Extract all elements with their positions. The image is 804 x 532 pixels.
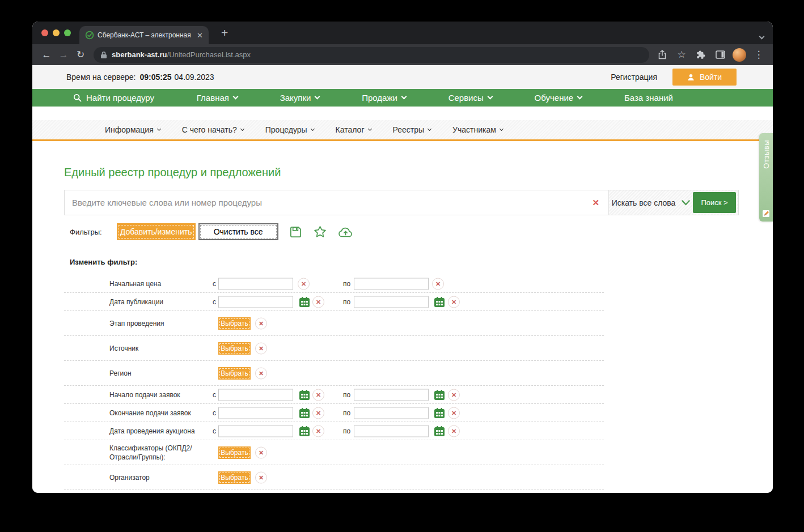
application-end-to-input[interactable] [354, 407, 429, 419]
webpage: Время на сервере: 09:05:25 04.09.2023 Ре… [32, 65, 773, 493]
filter-row-stage: Этап проведения Выбрать ✕ [64, 311, 604, 336]
clear-field-icon[interactable]: ✕ [298, 278, 310, 290]
subnav-catalog[interactable]: Каталог [336, 125, 371, 134]
nav-education[interactable]: Обучение [535, 93, 582, 103]
toolbar-actions: ☆ ⋮ [654, 46, 767, 63]
clear-field-icon[interactable]: ✕ [448, 389, 460, 401]
minimize-window-button[interactable] [53, 29, 60, 36]
clear-field-icon[interactable]: ✕ [432, 278, 444, 290]
calendar-icon[interactable] [434, 407, 445, 419]
fullscreen-window-button[interactable] [64, 29, 71, 36]
url-path: /UnitedPurchaseList.aspx [167, 50, 251, 59]
subnav-how-to-start[interactable]: С чего начать? [182, 125, 244, 134]
clear-search-icon[interactable]: ✕ [583, 198, 608, 208]
new-tab-button[interactable]: + [221, 26, 228, 40]
share-icon[interactable] [654, 46, 671, 63]
subnav-participants[interactable]: Участникам [452, 125, 503, 134]
chevron-down-icon [682, 200, 690, 206]
browser-tab[interactable]: Сбербанк-АСТ – электронная ✕ [79, 26, 209, 44]
search-input[interactable] [65, 190, 583, 215]
feedback-side-tab[interactable]: Отзывы [759, 133, 773, 222]
select-classifiers-button[interactable]: Выбрать [218, 446, 251, 459]
page-title: Единый реестр процедур и предложений [64, 166, 739, 179]
calendar-icon[interactable] [434, 296, 445, 308]
filter-row-source: Источник Выбрать ✕ [64, 336, 604, 361]
login-button[interactable]: Войти [672, 69, 737, 86]
back-icon[interactable]: ← [38, 46, 55, 63]
nav-main[interactable]: Главная [197, 93, 238, 103]
calendar-icon[interactable] [299, 407, 310, 419]
clear-field-icon[interactable]: ✕ [255, 317, 267, 329]
person-icon [687, 74, 695, 81]
publish-date-to-input[interactable] [354, 296, 429, 308]
clear-field-icon[interactable]: ✕ [255, 367, 267, 379]
server-info-bar: Время на сервере: 09:05:25 04.09.2023 Ре… [32, 65, 773, 89]
nav-services[interactable]: Сервисы [448, 93, 492, 103]
save-filter-icon[interactable] [289, 225, 302, 239]
side-panel-icon[interactable] [712, 46, 729, 63]
nav-sales[interactable]: Продажи [362, 93, 406, 103]
reload-icon[interactable]: ↻ [72, 46, 89, 63]
auction-date-to-input[interactable] [354, 425, 429, 437]
clear-field-icon[interactable]: ✕ [312, 296, 324, 308]
price-to-input[interactable] [354, 278, 429, 290]
extensions-puzzle-icon[interactable] [692, 46, 709, 63]
window-controls [41, 29, 71, 36]
main-navigation: Найти процедуру Главная Закупки Продажи … [32, 89, 773, 107]
clear-field-icon[interactable]: ✕ [255, 342, 267, 354]
favorite-filter-star-icon[interactable] [313, 225, 327, 239]
application-start-from-input[interactable] [218, 389, 293, 401]
select-organizer-button[interactable]: Выбрать [218, 471, 251, 484]
nav-find-procedure[interactable]: Найти процедуру [73, 93, 154, 103]
profile-avatar[interactable] [733, 48, 746, 62]
nav-find-procedure-label: Найти процедуру [86, 93, 154, 103]
subnav-registries[interactable]: Реестры [393, 125, 431, 134]
clear-field-icon[interactable]: ✕ [312, 425, 324, 437]
menu-dots-icon[interactable]: ⋮ [750, 46, 767, 63]
clear-field-icon[interactable]: ✕ [448, 296, 460, 308]
bookmark-star-icon[interactable]: ☆ [673, 46, 690, 63]
search-mode-dropdown[interactable]: Искать все слова [609, 198, 693, 207]
tab-close-icon[interactable]: ✕ [197, 31, 203, 40]
search-button[interactable]: Поиск > [693, 192, 736, 213]
filter-section-title: Изменить фильтр: [70, 258, 739, 266]
close-window-button[interactable] [41, 29, 48, 36]
calendar-icon[interactable] [434, 425, 445, 437]
subnav-procedures[interactable]: Процедуры [265, 125, 314, 134]
nav-knowledge-base[interactable]: База знаний [624, 93, 673, 103]
select-source-button[interactable]: Выбрать [218, 342, 251, 355]
calendar-icon[interactable] [434, 389, 445, 401]
clear-field-icon[interactable]: ✕ [312, 407, 324, 419]
auction-date-from-input[interactable] [218, 425, 293, 437]
filter-table: Начальная цена с ✕ по ✕ Дата публикации … [64, 275, 604, 490]
tab-search-chevron-icon[interactable] [760, 31, 764, 41]
clear-all-button[interactable]: Очистить все [198, 223, 278, 240]
registration-link[interactable]: Регистрация [611, 73, 657, 82]
chevron-down-icon [367, 126, 371, 130]
clear-field-icon[interactable]: ✕ [312, 389, 324, 401]
clear-field-icon[interactable]: ✕ [255, 446, 267, 458]
calendar-icon[interactable] [299, 296, 310, 308]
calendar-icon[interactable] [299, 389, 310, 401]
filters-label: Фильтры: [70, 228, 102, 236]
subnav-information[interactable]: Информация [105, 125, 160, 134]
select-region-button[interactable]: Выбрать [218, 367, 251, 380]
upload-filter-cloud-icon[interactable] [338, 226, 353, 238]
filter-row-classifiers: Классификаторы (ОКПД2/Отрасли/Группы): В… [64, 440, 604, 465]
clear-field-icon[interactable]: ✕ [448, 425, 460, 437]
chevron-down-icon [577, 94, 583, 100]
price-from-input[interactable] [218, 278, 293, 290]
select-stage-button[interactable]: Выбрать [218, 317, 251, 330]
publish-date-from-input[interactable] [218, 296, 293, 308]
url-bar[interactable]: sberbank-ast.ru /UnitedPurchaseList.aspx [94, 47, 649, 63]
chevron-down-icon [500, 126, 503, 130]
forward-icon[interactable]: → [55, 46, 72, 63]
clear-field-icon[interactable]: ✕ [448, 407, 460, 419]
filter-row-start-price: Начальная цена с ✕ по ✕ [64, 275, 604, 293]
nav-purchases[interactable]: Закупки [280, 93, 320, 103]
add-edit-filter-button[interactable]: Добавить/изменить [117, 223, 196, 240]
application-start-to-input[interactable] [354, 389, 429, 401]
calendar-icon[interactable] [299, 425, 310, 437]
clear-field-icon[interactable]: ✕ [255, 471, 267, 483]
application-end-from-input[interactable] [218, 407, 293, 419]
